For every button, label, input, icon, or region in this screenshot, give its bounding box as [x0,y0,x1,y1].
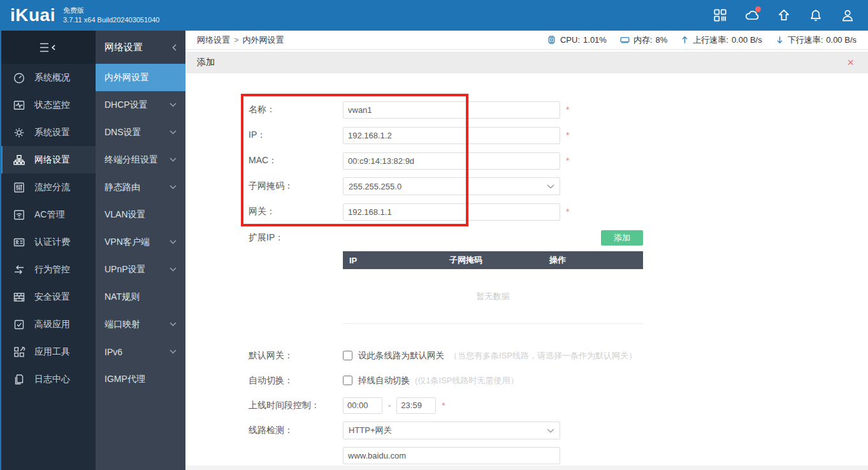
sidebar-item-label: 流控分流 [34,182,70,193]
network-icon [13,154,25,166]
ip-input[interactable] [343,127,560,144]
user-icon[interactable] [840,8,855,23]
sidebar-item-status-monitor[interactable]: 状态监控 [0,91,96,119]
form-row-gateway: 网关： * [249,199,868,224]
submenu-item-igmp-proxy[interactable]: IGMP代理 [96,365,185,393]
chevron-down-icon [170,322,177,327]
cpu-status: CPU: 1.01% [546,34,607,45]
submenu-item-nat-rules[interactable]: NAT规则 [96,283,185,311]
breadcrumb-current: 内外网设置 [243,34,284,46]
line-check-value: HTTP+网关 [349,425,392,436]
sidebar-item-log-center[interactable]: 日志中心 [0,365,96,393]
sliders-icon [13,181,25,194]
breadcrumb-separator: > [234,35,239,45]
upload-value: 0.00 B/s [732,35,762,45]
online-time-label: 上线时间段控制： [249,400,343,411]
mac-label: MAC： [249,155,343,166]
submenu-item-port-mapping[interactable]: 端口映射 [96,311,185,338]
system-status: CPU: 1.01% 内存: 8% 上行速率: 0.00 B/ [546,34,857,46]
extended-ip-table: IP 子网掩码 操作 暂无数据 [343,251,643,324]
sidebar-item-app-tools[interactable]: 应用工具 [0,338,96,365]
required-asterisk: * [566,130,569,140]
cpu-label: CPU: [560,35,580,45]
memory-label: 内存: [633,34,653,46]
chevron-down-icon [547,184,554,189]
window-left-accent [0,0,1,470]
sidebar-item-label: 网络设置 [34,154,70,166]
submenu-item-vlan[interactable]: VLAN设置 [96,201,185,228]
submenu-item-vpn-client[interactable]: VPN客户端 [96,228,185,256]
gear-icon [13,126,25,139]
table-empty-state: 暂无数据 [343,269,643,324]
auto-switch-hint: (仅1条ISP线路时无需使用） [415,375,519,386]
sidebar-item-ac-management[interactable]: AC管理 [0,201,96,228]
auto-switch-checkbox[interactable] [343,376,352,385]
chevron-down-icon [170,349,177,354]
upload-label: 上行速率: [693,34,728,46]
line-check-label: 线路检测： [249,425,343,436]
default-gateway-checkbox[interactable] [343,351,352,360]
default-gateway-checkbox-label[interactable]: 设此条线路为默认网关 [358,350,444,362]
arrows-icon [13,263,25,276]
submenu-item-terminal-group[interactable]: 终端分组设置 [96,146,185,173]
logs-icon [13,373,25,386]
home-upload-icon[interactable] [776,8,792,23]
submenu-title: 网络设置 [105,41,143,54]
close-icon[interactable]: × [844,57,857,68]
memory-status: 内存: 8% [619,34,667,46]
add-panel-header: 添加 × [185,52,868,73]
online-time-from-input[interactable] [343,397,382,414]
sidebar-item-system-settings[interactable]: 系统设置 [0,119,96,146]
sidebar-collapse-button[interactable] [0,31,96,64]
check-url-input[interactable] [343,447,560,464]
sidebar-item-label: 系统设置 [34,127,70,138]
gateway-input[interactable] [343,203,560,221]
sidebar-item-security-settings[interactable]: 安全设置 [0,283,96,311]
sidebar-item-network-settings[interactable]: 网络设置 [0,146,96,173]
wifi-icon [13,209,25,221]
breadcrumb-bar: 网络设置 > 内外网设置 CPU: 1.01% [185,31,868,50]
sidebar-item-flow-control[interactable]: 流控分流 [0,173,96,201]
wan-form: 名称： * IP： * MAC： * 子网掩码： 255.255.255.0 [185,73,868,470]
table-header-subnet: 子网掩码 [443,254,543,266]
submenu-item-upnp[interactable]: UPnP设置 [96,256,185,283]
chevron-down-icon [170,158,177,162]
online-time-to-input[interactable] [396,397,436,414]
submenu-item-label: DHCP设置 [105,99,148,111]
form-row-auto-switch: 自动切换： 掉线自动切换 (仅1条ISP线路时无需使用） [249,368,868,393]
ikuai-logo: iKuai [10,5,55,26]
sidebar-item-behavior-control[interactable]: 行为管控 [0,256,96,283]
name-input[interactable] [343,101,560,119]
line-check-select[interactable]: HTTP+网关 [343,422,560,439]
table-header-ip: IP [343,256,443,265]
subnet-mask-select[interactable]: 255.255.255.0 [343,177,560,195]
submenu-item-lan-wan[interactable]: 内外网设置 [96,64,185,91]
sidebar-item-system-overview[interactable]: 系统概况 [0,64,96,91]
submenu-item-dns[interactable]: DNS设置 [96,119,185,146]
submenu-item-ipv6[interactable]: IPv6 [96,338,185,365]
form-row-subnet-mask: 子网掩码： 255.255.255.0 [249,173,868,199]
breadcrumb: 网络设置 > 内外网设置 [197,34,284,46]
breadcrumb-parent[interactable]: 网络设置 [197,34,230,46]
extended-ip-label: 扩展IP： [249,232,343,244]
submenu-item-label: 静态路由 [105,182,140,193]
form-row-online-time: 上线时间段控制： - * [249,393,868,418]
idcard-icon [13,236,25,249]
chevron-down-icon [170,130,177,135]
auto-switch-checkbox-label[interactable]: 掉线自动切换 [358,375,410,386]
form-row-extended-ip: 扩展IP： 添加 [249,224,868,251]
submenu-item-static-route[interactable]: 静态路由 [96,173,185,201]
add-extended-ip-button[interactable]: 添加 [601,230,643,246]
sidebar-item-auth-billing[interactable]: 认证计费 [0,228,96,256]
mac-input[interactable] [343,152,560,170]
time-range-separator: - [388,400,391,410]
cloud-sync-icon[interactable] [744,8,760,23]
submenu-item-dhcp[interactable]: DHCP设置 [96,91,185,119]
submenu-header[interactable]: 网络设置 [96,31,185,64]
apps-icon[interactable] [712,8,728,23]
name-label: 名称： [249,104,343,115]
edition-label: 免费版 [63,6,160,15]
notifications-icon[interactable] [808,8,823,23]
required-asterisk: * [442,400,445,411]
sidebar-item-advanced-apps[interactable]: 高级应用 [0,311,96,338]
